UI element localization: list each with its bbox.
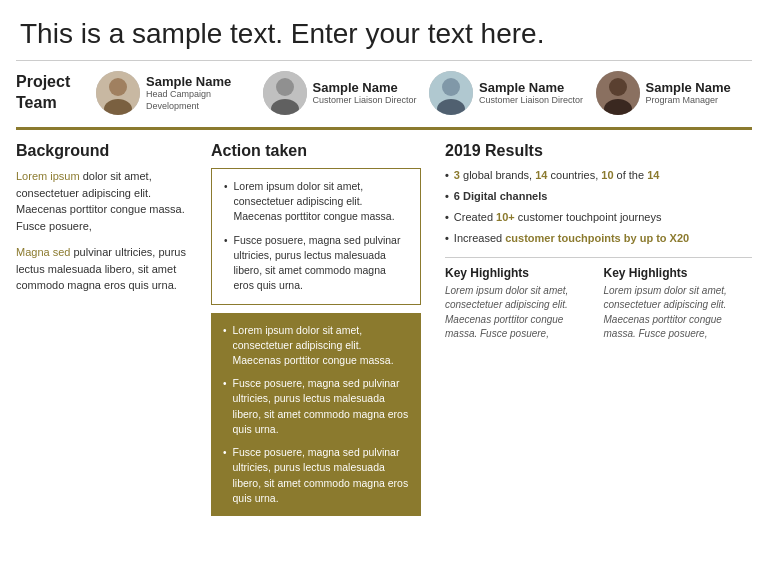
action-olive-box: • Lorem ipsum dolor sit amet, consectetu… [211, 313, 421, 516]
action-olive-text-2: Fusce posuere, magna sed pulvinar ultric… [233, 376, 409, 437]
result-text-4: Increased customer touchpoints by up to … [454, 231, 689, 247]
results-title: 2019 Results [445, 142, 752, 160]
team-member-1: Sample Name Head Campaign Development [96, 71, 253, 115]
background-highlight-1: Lorem ipsum [16, 170, 80, 182]
member-name-2: Sample Name [313, 80, 417, 95]
action-olive-item-2: • Fusce posuere, magna sed pulvinar ultr… [223, 376, 409, 437]
member-role-3: Customer Liaison Director [479, 95, 583, 107]
member-info-3: Sample Name Customer Liaison Director [479, 80, 583, 107]
key-highlight-col-1: Key Highlights Lorem ipsum dolor sit ame… [445, 266, 594, 342]
results-divider [445, 257, 752, 258]
action-olive-text-3: Fusce posuere, magna sed pulvinar ultric… [233, 445, 409, 506]
member-name-1: Sample Name [146, 74, 253, 89]
gold-divider [16, 127, 752, 130]
results-list: 3 global brands, 14 countries, 10 of the… [445, 168, 752, 247]
member-role-2: Customer Liaison Director [313, 95, 417, 107]
team-member-3: Sample Name Customer Liaison Director [429, 71, 586, 115]
action-column: Action taken • Lorem ipsum dolor sit ame… [201, 142, 431, 462]
background-paragraph-1: Lorem ipsum dolor sit amet, consectetuer… [16, 168, 187, 234]
svg-point-7 [442, 78, 460, 96]
result-item-2: 6 Digital channels [445, 189, 752, 205]
result-item-1: 3 global brands, 14 countries, 10 of the… [445, 168, 752, 184]
svg-point-1 [109, 78, 127, 96]
page-title: This is a sample text. Enter your text h… [20, 18, 748, 50]
team-section: ProjectTeam Sample Name Head Campaign De… [0, 61, 768, 123]
result-text-2: 6 Digital channels [454, 189, 548, 205]
action-white-item-1: • Lorem ipsum dolor sit amet, consectetu… [224, 179, 408, 225]
action-white-item-2: • Fusce posuere, magna sed pulvinar ultr… [224, 233, 408, 294]
svg-point-4 [276, 78, 294, 96]
action-olive-item-1: • Lorem ipsum dolor sit amet, consectetu… [223, 323, 409, 369]
team-members: Sample Name Head Campaign Development Sa… [96, 71, 752, 115]
bullet-icon: • [223, 377, 227, 437]
member-name-4: Sample Name [646, 80, 731, 95]
member-role-1: Head Campaign Development [146, 89, 253, 112]
kh-title-1: Key Highlights [445, 266, 594, 280]
background-paragraph-2: Magna sed pulvinar ultricies, purus lect… [16, 244, 187, 294]
avatar-1 [96, 71, 140, 115]
bullet-icon: • [223, 324, 227, 369]
result-text-1: 3 global brands, 14 countries, 10 of the… [454, 168, 660, 184]
result-text-3: Created 10+ customer touchpoint journeys [454, 210, 662, 226]
action-white-text-1: Lorem ipsum dolor sit amet, consectetuer… [234, 179, 408, 225]
action-title: Action taken [211, 142, 421, 160]
member-info-4: Sample Name Program Manager [646, 80, 731, 107]
member-role-4: Program Manager [646, 95, 731, 107]
results-column: 2019 Results 3 global brands, 14 countri… [431, 142, 752, 462]
action-olive-item-3: • Fusce posuere, magna sed pulvinar ultr… [223, 445, 409, 506]
background-title: Background [16, 142, 187, 160]
team-member-4: Sample Name Program Manager [596, 71, 753, 115]
action-white-box: • Lorem ipsum dolor sit amet, consectetu… [211, 168, 421, 305]
action-white-text-2: Fusce posuere, magna sed pulvinar ultric… [234, 233, 408, 294]
avatar-3 [429, 71, 473, 115]
member-info-1: Sample Name Head Campaign Development [146, 74, 253, 112]
main-content: Background Lorem ipsum dolor sit amet, c… [0, 142, 768, 462]
team-member-2: Sample Name Customer Liaison Director [263, 71, 420, 115]
action-olive-text-1: Lorem ipsum dolor sit amet, consectetuer… [233, 323, 409, 369]
member-info-2: Sample Name Customer Liaison Director [313, 80, 417, 107]
header: This is a sample text. Enter your text h… [0, 0, 768, 60]
avatar-4 [596, 71, 640, 115]
background-highlight-2: Magna sed [16, 246, 70, 258]
member-name-3: Sample Name [479, 80, 583, 95]
kh-text-2: Lorem ipsum dolor sit amet, consectetuer… [604, 284, 753, 342]
avatar-2 [263, 71, 307, 115]
result-item-3: Created 10+ customer touchpoint journeys [445, 210, 752, 226]
svg-point-10 [609, 78, 627, 96]
bullet-icon: • [224, 180, 228, 225]
background-column: Background Lorem ipsum dolor sit amet, c… [16, 142, 201, 462]
kh-text-1: Lorem ipsum dolor sit amet, consectetuer… [445, 284, 594, 342]
team-label: ProjectTeam [16, 72, 96, 114]
bullet-icon: • [224, 234, 228, 294]
key-highlight-col-2: Key Highlights Lorem ipsum dolor sit ame… [604, 266, 753, 342]
bullet-icon: • [223, 446, 227, 506]
key-highlights-row: Key Highlights Lorem ipsum dolor sit ame… [445, 266, 752, 342]
result-item-4: Increased customer touchpoints by up to … [445, 231, 752, 247]
kh-title-2: Key Highlights [604, 266, 753, 280]
